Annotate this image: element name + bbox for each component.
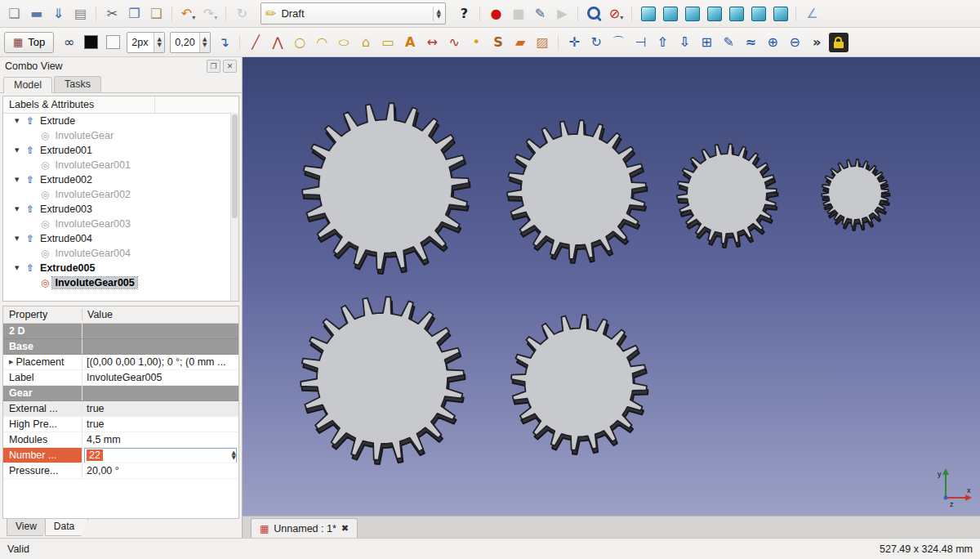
draft-upgrade-icon[interactable]: ⇧ [653, 32, 673, 52]
tree-item-extrude005[interactable]: ▼⇧Extrude005 [3, 261, 238, 275]
new-file-icon[interactable]: ❏ [4, 3, 24, 24]
draft-move-icon[interactable]: ✛ [564, 32, 585, 52]
tree-item-extrude003[interactable]: ▼⇧Extrude003 [3, 202, 238, 217]
tree-item-involutegear002[interactable]: ◎InvoluteGear002 [3, 187, 238, 202]
draft-rectangle-icon[interactable]: ▭ [378, 32, 399, 52]
macro-record-icon[interactable]: ● [486, 3, 506, 24]
property-value-cell[interactable]: 20,00 ° [82, 463, 238, 478]
tree-item-involutegear[interactable]: ◎InvoluteGear [3, 128, 238, 143]
open-file-icon[interactable]: ▬ [26, 3, 47, 24]
copy-icon[interactable]: ❐ [124, 3, 145, 24]
draft-shapestring-icon[interactable]: S [488, 32, 509, 52]
whats-this-icon[interactable]: ? [454, 3, 474, 24]
property-value-cell[interactable]: 4,5 mm [82, 432, 238, 447]
draft-circle-icon[interactable]: ○ [290, 32, 310, 52]
property-row-external[interactable]: External ...true [3, 401, 238, 417]
tree-item-extrude[interactable]: ▼⇧Extrude [3, 114, 238, 128]
property-row-high-pre[interactable]: High Pre...true [3, 417, 238, 432]
construction-mode-icon[interactable]: ∞ [59, 32, 79, 52]
line-width-spinner[interactable]: 2px ▲▼ [127, 32, 165, 53]
tab-tasks[interactable]: Tasks [54, 76, 101, 92]
save-icon[interactable]: ⇓ [48, 3, 69, 24]
gear-2[interactable] [507, 120, 646, 259]
measure-distance-icon[interactable]: ∠ [802, 3, 822, 24]
draw-style-icon[interactable]: ⊘▾ [606, 3, 626, 24]
spinner-arrows[interactable]: ▲▼ [232, 449, 236, 463]
draft-edit-icon[interactable]: ✎ [719, 32, 739, 52]
tree-item-extrude001[interactable]: ▼⇧Extrude001 [3, 143, 238, 158]
expander-icon[interactable]: ▼ [15, 265, 23, 271]
draft-rotate-icon[interactable]: ↻ [586, 32, 607, 52]
tree-scrollbar[interactable] [230, 113, 238, 301]
property-value-cell[interactable]: true [82, 417, 238, 432]
axonometric-view-icon[interactable] [638, 3, 658, 24]
draft-ellipse-icon[interactable]: ○ [334, 32, 354, 52]
panel-close-icon[interactable]: ✕ [223, 60, 237, 73]
refresh-icon[interactable]: ↻ [232, 3, 252, 24]
macro-edit-icon[interactable]: ✎ [530, 3, 550, 24]
draft-bspline-icon[interactable]: ∿ [444, 32, 465, 52]
tree-item-involutegear001[interactable]: ◎InvoluteGear001 [3, 158, 238, 172]
tree-item-involutegear005[interactable]: ◎InvoluteGear005 [3, 275, 238, 290]
draft-wire-icon[interactable]: ⋀ [268, 32, 288, 52]
document-tab[interactable]: ▦ Unnamed : 1* ✖ [251, 518, 358, 538]
tree-item-involutegear003[interactable]: ◎InvoluteGear003 [3, 217, 238, 231]
draft-add-point-icon[interactable]: ⊕ [763, 32, 783, 52]
gear-3[interactable] [677, 144, 777, 244]
front-view-icon[interactable] [660, 3, 680, 24]
expander-icon[interactable]: ▼ [15, 206, 23, 212]
expander-icon[interactable]: ▶ [9, 359, 13, 365]
working-plane-button[interactable]: ▦ Top [4, 32, 54, 53]
tab-data[interactable]: Data [45, 519, 88, 536]
right-view-icon[interactable] [704, 3, 724, 24]
tree-scrollbar-thumb[interactable] [232, 114, 238, 218]
cut-icon[interactable]: ✂ [102, 3, 122, 24]
zoom-fit-icon[interactable] [584, 3, 604, 24]
rear-view-icon[interactable] [726, 3, 746, 24]
property-row-modules[interactable]: Modules4,5 mm [3, 432, 238, 448]
workbench-selector-arrows[interactable]: ▲▼ [433, 7, 441, 21]
expander-icon[interactable]: ▼ [15, 177, 23, 183]
macro-play-icon[interactable]: ▶ [552, 3, 572, 24]
draft-text-icon[interactable]: A [400, 32, 421, 52]
property-row-pressure[interactable]: Pressure...20,00 ° [3, 463, 238, 479]
tree-item-extrude004[interactable]: ▼⇧Extrude004 [3, 231, 238, 246]
expander-icon[interactable]: ▼ [15, 118, 23, 124]
property-row-placement[interactable]: ▶Placement[(0,00 0,00 1,00); 0 °; (0 mm … [3, 355, 238, 370]
number-of-teeth-input[interactable]: 22▲▼ [84, 448, 237, 463]
draft-hatch-icon[interactable]: ▨ [532, 32, 553, 52]
toolbar-overflow-button[interactable]: » [807, 32, 827, 52]
scale-spinner-arrows[interactable]: ▲▼ [199, 33, 210, 52]
bottom-view-icon[interactable] [748, 3, 768, 24]
gears-canvas[interactable] [243, 57, 979, 516]
autogroup-icon[interactable]: ↴ [214, 32, 234, 52]
face-color-swatch[interactable] [103, 32, 123, 52]
macro-stop-icon[interactable]: ■ [508, 3, 528, 24]
draft-point-icon[interactable]: • [466, 32, 487, 52]
property-row-number[interactable]: Number ...22▲▼ [3, 448, 238, 463]
property-value-cell[interactable]: 22▲▼ [82, 448, 238, 463]
lock-toolbars-icon[interactable] [829, 33, 849, 52]
property-value-cell[interactable]: true [82, 401, 238, 416]
line-color-swatch[interactable] [81, 32, 101, 52]
scale-spinner[interactable]: 0,20 ▲▼ [170, 32, 210, 53]
draft-polygon-icon[interactable]: ⌂ [356, 32, 376, 52]
undo-icon[interactable]: ↶▾ [178, 3, 198, 24]
draft-dimension-icon[interactable]: ↔ [422, 32, 443, 52]
draft-facebinder-icon[interactable]: ▰ [510, 32, 531, 52]
tree-item-extrude002[interactable]: ▼⇧Extrude002 [3, 172, 238, 187]
paste-icon[interactable]: ❑ [146, 3, 167, 24]
draft-wire-to-bspline-icon[interactable]: ≈ [741, 32, 761, 52]
property-value-cell[interactable]: [(0,00 0,00 1,00); 0 °; (0 mm ... [82, 355, 238, 369]
gear-5[interactable] [301, 297, 464, 460]
expander-icon[interactable]: ▼ [15, 147, 23, 154]
draft-trimex-icon[interactable]: ⊣ [630, 32, 651, 52]
draft-array-icon[interactable]: ⊞ [697, 32, 717, 52]
document-tab-close-icon[interactable]: ✖ [341, 523, 349, 534]
draft-offset-icon[interactable]: ⌒ [608, 32, 629, 52]
property-row-label[interactable]: LabelInvoluteGear005 [3, 370, 238, 386]
tab-view[interactable]: View [7, 519, 51, 536]
left-view-icon[interactable] [770, 3, 791, 24]
tree-item-involutegear004[interactable]: ◎InvoluteGear004 [3, 246, 238, 261]
gear-1[interactable] [302, 103, 469, 270]
